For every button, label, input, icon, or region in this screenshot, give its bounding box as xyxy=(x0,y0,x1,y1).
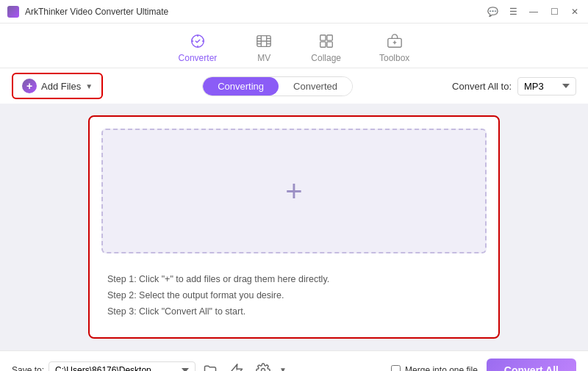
converter-tab-label: Converter xyxy=(179,53,218,63)
toolbox-tab-label: Toolbox xyxy=(379,53,409,63)
merge-checkbox-input[interactable] xyxy=(391,365,401,371)
maximize-button[interactable]: ☐ xyxy=(548,6,560,18)
app-title: ArkThinker Video Converter Ultimate xyxy=(25,7,168,17)
menu-icon[interactable]: ☰ xyxy=(507,6,519,18)
save-path-select[interactable]: C:\Users\86176\Desktop xyxy=(49,361,196,372)
convert-all-to-label: Convert All to: xyxy=(452,81,512,92)
chat-icon[interactable]: 💬 xyxy=(487,6,498,18)
main-content: + Step 1: Click "+" to add files or drag… xyxy=(0,104,588,350)
footer: Save to: C:\Users\86176\Desktop xyxy=(0,350,588,371)
close-button[interactable]: ✕ xyxy=(569,6,581,18)
speed-icon[interactable] xyxy=(226,360,247,372)
title-bar-left: ArkThinker Video Converter Ultimate xyxy=(7,6,168,18)
tab-mv[interactable]: MV xyxy=(243,28,284,68)
svg-rect-4 xyxy=(320,42,325,47)
step-1: Step 1: Click "+" to add files or drag t… xyxy=(107,274,481,284)
mv-icon xyxy=(255,32,273,50)
drop-container: + Step 1: Click "+" to add files or drag… xyxy=(88,115,500,339)
step-3: Step 3: Click "Convert All" to start. xyxy=(107,306,481,317)
converted-tab[interactable]: Converted xyxy=(279,77,352,96)
footer-right: Merge into one file Convert All xyxy=(391,359,576,372)
add-files-button[interactable]: + Add Files ▼ xyxy=(12,73,103,99)
settings-icon[interactable] xyxy=(253,360,273,372)
svg-point-8 xyxy=(262,368,265,371)
collage-tab-label: Collage xyxy=(311,53,341,63)
merge-label: Merge into one file xyxy=(405,365,478,372)
add-files-label: Add Files xyxy=(41,81,81,92)
nav-tabs: Converter MV Collage xyxy=(0,24,588,68)
svg-rect-5 xyxy=(327,42,332,47)
toolbox-icon xyxy=(386,32,404,50)
step-2: Step 2: Select the output format you des… xyxy=(107,290,481,300)
tab-toolbox[interactable]: Toolbox xyxy=(368,28,421,68)
svg-rect-2 xyxy=(320,35,325,40)
minimize-button[interactable]: — xyxy=(528,6,539,18)
converter-icon xyxy=(189,32,207,50)
convert-all-to-group: Convert All to: MP3 MP4 AVI MOV MKV WAV … xyxy=(452,77,576,96)
svg-rect-3 xyxy=(327,35,332,40)
convert-all-button[interactable]: Convert All xyxy=(487,359,576,372)
save-to-label: Save to: xyxy=(12,365,44,372)
converting-tab[interactable]: Converting xyxy=(203,77,279,96)
collage-icon xyxy=(318,32,335,50)
converting-tabs: Converting Converted xyxy=(202,76,353,96)
footer-icons: ▼ xyxy=(200,360,287,372)
merge-checkbox-label[interactable]: Merge into one file xyxy=(391,365,478,372)
drop-zone[interactable]: + xyxy=(101,129,487,253)
instructions: Step 1: Click "+" to add files or drag t… xyxy=(90,265,498,337)
add-files-dropdown-arrow: ▼ xyxy=(85,82,93,90)
save-to-group: Save to: C:\Users\86176\Desktop xyxy=(12,360,287,372)
tab-collage[interactable]: Collage xyxy=(299,28,353,68)
plus-circle-icon: + xyxy=(22,79,37,93)
mv-tab-label: MV xyxy=(257,53,270,63)
settings-dropdown-arrow: ▼ xyxy=(279,366,287,371)
app-icon xyxy=(7,6,19,18)
format-select[interactable]: MP3 MP4 AVI MOV MKV WAV AAC xyxy=(517,77,576,96)
title-bar-controls: 💬 ☰ — ☐ ✕ xyxy=(487,6,581,18)
add-plus-icon: + xyxy=(285,176,302,206)
folder-icon[interactable] xyxy=(200,360,220,372)
toolbar: + Add Files ▼ Converting Converted Conve… xyxy=(0,68,588,104)
title-bar: ArkThinker Video Converter Ultimate 💬 ☰ … xyxy=(0,0,588,24)
tab-converter[interactable]: Converter xyxy=(167,28,229,68)
